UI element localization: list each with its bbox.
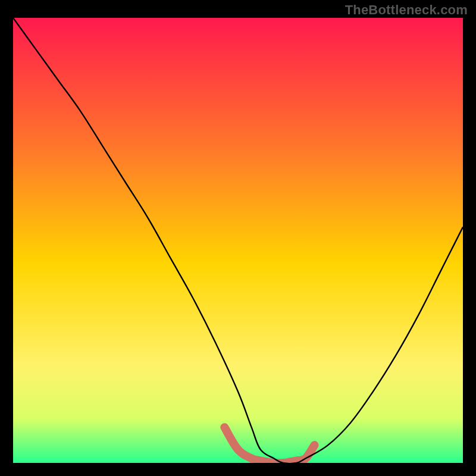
gradient-background <box>13 18 463 463</box>
stage: TheBottleneck.com <box>0 0 476 476</box>
chart-svg <box>13 18 463 463</box>
watermark-text: TheBottleneck.com <box>345 2 468 18</box>
bottleneck-plot <box>13 18 463 463</box>
